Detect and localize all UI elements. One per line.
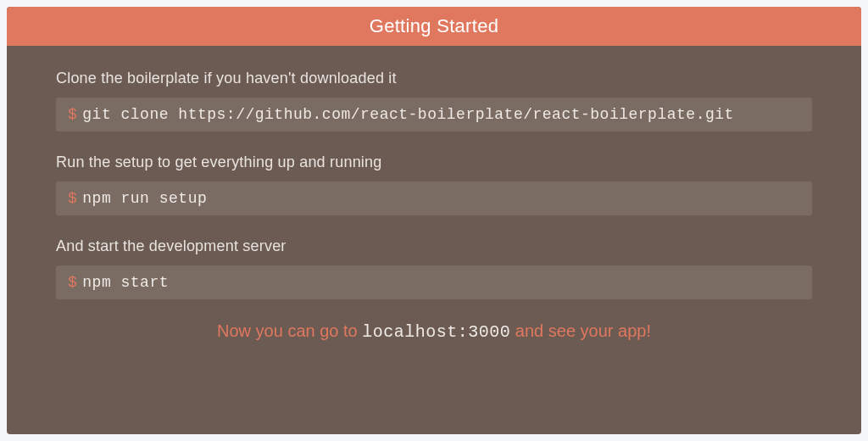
step-label: Clone the boilerplate if you haven't dow… (56, 70, 812, 87)
step-label: Run the setup to get everything up and r… (56, 154, 812, 171)
command-text: npm run setup (82, 190, 207, 207)
code-block[interactable]: $npm start (56, 265, 812, 299)
prompt-symbol: $ (68, 274, 77, 291)
panel-title: Getting Started (370, 15, 498, 36)
command-text: git clone https://github.com/react-boile… (82, 106, 734, 123)
prompt-symbol: $ (68, 106, 77, 123)
footer-prefix: Now you can go to (217, 321, 362, 340)
getting-started-panel: Getting Started Clone the boilerplate if… (7, 7, 861, 434)
step-label: And start the development server (56, 237, 812, 255)
step-setup: Run the setup to get everything up and r… (56, 154, 812, 215)
step-clone: Clone the boilerplate if you haven't dow… (56, 70, 812, 131)
prompt-symbol: $ (68, 190, 77, 207)
panel-body: Clone the boilerplate if you haven't dow… (7, 46, 861, 434)
code-block[interactable]: $npm run setup (56, 181, 812, 215)
footer-url: localhost:3000 (362, 322, 510, 342)
command-text: npm start (82, 274, 169, 291)
code-block[interactable]: $git clone https://github.com/react-boil… (56, 98, 812, 131)
footer-message: Now you can go to localhost:3000 and see… (56, 321, 812, 342)
footer-suffix: and see your app! (510, 321, 651, 340)
step-start: And start the development server $npm st… (56, 237, 812, 299)
panel-header: Getting Started (7, 7, 861, 46)
